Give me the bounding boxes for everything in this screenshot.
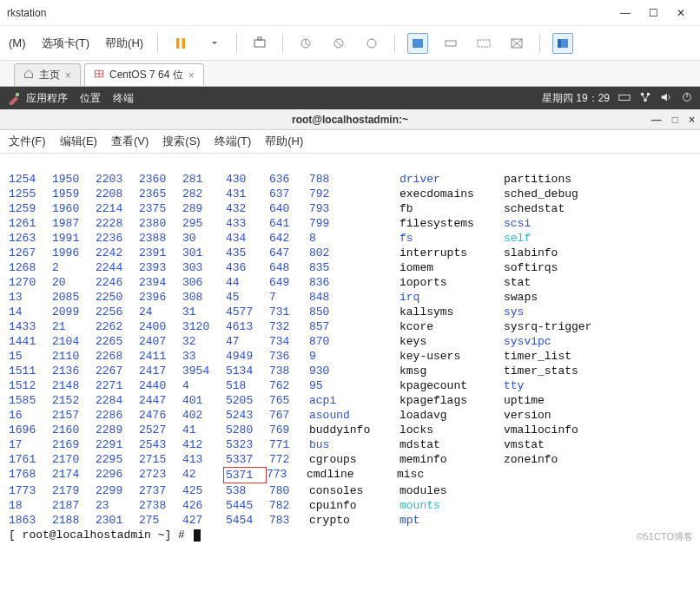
svg-rect-9 xyxy=(478,40,490,47)
cell: 772 xyxy=(269,452,309,467)
cell: 2188 xyxy=(52,513,96,528)
tab-centos[interactable]: CentOS 7 64 位 × xyxy=(84,63,204,86)
cell: irq xyxy=(400,290,504,305)
cell: 295 xyxy=(182,216,226,231)
cell: 2250 xyxy=(96,290,139,305)
cell: 2236 xyxy=(96,231,139,246)
cell: sched_debug xyxy=(504,187,625,201)
svg-rect-3 xyxy=(258,37,261,40)
view-cycle-button[interactable] xyxy=(473,33,494,54)
cell: cgroups xyxy=(309,452,400,467)
cell: 5280 xyxy=(226,423,269,437)
unity-button[interactable] xyxy=(440,33,461,54)
cell: 1950 xyxy=(52,172,96,187)
cell: 2267 xyxy=(96,364,139,378)
cell: 1255 xyxy=(9,187,52,201)
term-minimize-button[interactable]: — xyxy=(651,114,662,126)
cell: timer_stats xyxy=(504,364,625,378)
cell: 2170 xyxy=(52,452,96,467)
cell: softirqs xyxy=(504,260,625,275)
cell: 426 xyxy=(182,498,226,513)
cell: timer_list xyxy=(504,349,625,364)
prompt-text: [ root@localhostadmin ~] # xyxy=(9,528,192,542)
maximize-button[interactable]: ☐ xyxy=(648,8,658,18)
cell: 8 xyxy=(309,231,400,246)
menu-item-m[interactable]: (M) xyxy=(7,35,28,51)
terminal-output[interactable]: 1254195022032360281430636788driverpartit… xyxy=(0,154,700,546)
cell: 2099 xyxy=(52,305,96,319)
menu-item-help[interactable]: 帮助(H) xyxy=(103,34,145,53)
close-button[interactable]: ✕ xyxy=(676,8,686,18)
cell: 430 xyxy=(226,172,269,187)
term-maximize-button[interactable]: □ xyxy=(672,114,678,126)
cell: 5134 xyxy=(226,364,269,378)
cell: iomem xyxy=(400,260,504,275)
terminal-row: 1263199122362388304346428fsself xyxy=(9,231,691,246)
clock[interactable]: 星期四 19：29 xyxy=(542,91,610,106)
pause-dropdown[interactable] xyxy=(203,33,224,54)
cell: 15 xyxy=(9,349,52,364)
cell: 4613 xyxy=(226,319,269,334)
terminal-menu[interactable]: 终端 xyxy=(113,91,134,106)
applications-menu[interactable]: 应用程序 xyxy=(26,91,68,106)
cell: 13 xyxy=(9,290,52,305)
cell: 1259 xyxy=(9,201,52,216)
cell: 2104 xyxy=(52,334,96,349)
close-icon[interactable]: × xyxy=(65,69,71,82)
cell: 2179 xyxy=(52,483,96,498)
cell: 2723 xyxy=(139,467,182,483)
cell: 306 xyxy=(182,275,226,290)
snapshot-revert-button[interactable] xyxy=(328,33,349,54)
cell: 2440 xyxy=(139,378,182,393)
cell: sys xyxy=(504,305,625,319)
cell: 640 xyxy=(269,201,309,216)
power-icon[interactable] xyxy=(681,91,693,106)
cell: misc xyxy=(397,467,501,483)
term-menu-edit[interactable]: 编辑(E) xyxy=(60,134,97,149)
cell: uptime xyxy=(504,393,625,408)
cell: 2085 xyxy=(52,290,96,305)
pause-button[interactable] xyxy=(170,33,191,54)
window-titlebar: rkstation — ☐ ✕ xyxy=(0,0,700,26)
term-menu-term[interactable]: 终端(T) xyxy=(215,134,252,149)
cell: 2284 xyxy=(96,393,139,408)
cell: 788 xyxy=(309,172,400,187)
snapshot-take-button[interactable] xyxy=(295,33,316,54)
terminal-row: 1255195922082365282431637792execdomainss… xyxy=(9,187,691,201)
volume-icon[interactable] xyxy=(660,91,672,106)
term-close-button[interactable]: × xyxy=(689,114,695,126)
term-menu-help[interactable]: 帮助(H) xyxy=(265,134,303,149)
prompt-line[interactable]: [ root@localhostadmin ~] # xyxy=(9,528,691,542)
terminal-row: 172169229125434125323771busmdstatvmstat xyxy=(9,437,691,452)
keyboard-icon[interactable] xyxy=(618,91,631,106)
svg-rect-14 xyxy=(16,93,19,96)
window-controls: — ☐ ✕ xyxy=(620,8,686,18)
network-icon[interactable] xyxy=(639,91,651,106)
term-menu-view[interactable]: 查看(V) xyxy=(111,134,149,149)
svg-rect-1 xyxy=(182,38,186,49)
cell: vmallocinfo xyxy=(504,423,625,437)
term-menu-search[interactable]: 搜索(S) xyxy=(162,134,200,149)
cell: 282 xyxy=(182,187,226,201)
snapshot-manage-button[interactable] xyxy=(361,33,382,54)
cell: 2417 xyxy=(139,364,182,378)
close-icon[interactable]: × xyxy=(188,69,195,82)
fullscreen-button[interactable] xyxy=(407,33,428,54)
cell: 769 xyxy=(269,423,309,437)
term-menu-file[interactable]: 文件(F) xyxy=(9,134,46,149)
cell: 2394 xyxy=(139,275,182,290)
menu-item-tabs[interactable]: 选项卡(T) xyxy=(40,34,92,53)
terminal-row: 1768217422962723425371773cmdlinemisc xyxy=(9,467,691,483)
cell: 1863 xyxy=(9,513,52,528)
snapshot-button[interactable] xyxy=(249,33,270,54)
places-menu[interactable]: 位置 xyxy=(80,91,101,106)
tab-home[interactable]: 主页 × xyxy=(14,63,81,86)
cell: version xyxy=(504,408,625,423)
minimize-button[interactable]: — xyxy=(620,8,631,18)
cell: 641 xyxy=(269,216,309,231)
cell: 434 xyxy=(226,231,269,246)
stretch-button[interactable] xyxy=(506,33,527,54)
library-button[interactable] xyxy=(552,33,573,54)
cell: 2715 xyxy=(139,452,182,467)
cell: crypto xyxy=(309,513,400,528)
